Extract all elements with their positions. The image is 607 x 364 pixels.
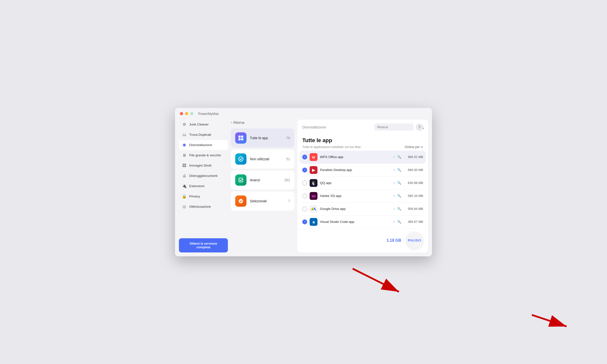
app-size-wps: 966.91 MB [404, 155, 423, 159]
minimize-button[interactable] [185, 112, 188, 115]
svg-point-1 [183, 144, 185, 146]
app-row-wps[interactable]: ✓ W WPS Office.app ∨ 🔍 966.91 MB [300, 151, 426, 163]
search-app-icon-vscode[interactable]: 🔍 [397, 220, 401, 224]
search-bar[interactable]: 🔍 [374, 124, 413, 131]
search-input[interactable] [377, 125, 418, 129]
app-icon-gdrive [310, 205, 317, 213]
shredder-icon: 🖨 [182, 173, 187, 178]
app-actions-wps: ∨ 🔍 [393, 155, 401, 159]
sidebar-item-trova-duplicati[interactable]: 🗂 Trova Duplicati [179, 130, 228, 140]
app-name-qq: QQ.app [320, 181, 390, 185]
checkbox-gdrive[interactable] [302, 207, 307, 211]
sidebar-item-file-grande[interactable]: 🖥 File grande & vecchio [179, 150, 228, 160]
app-size-vscode: 485.67 MB [404, 220, 423, 224]
sidebar-label-trova-duplicati: Trova Duplicati [189, 133, 211, 136]
panel-title: Tutte le app [297, 135, 428, 144]
svg-rect-4 [238, 138, 241, 140]
titlebar: PowerMyMac [175, 108, 432, 116]
sidebar-item-ottimizzazione[interactable]: ◎ Ottimizzazione [179, 202, 228, 212]
svg-text:≷: ≷ [312, 221, 315, 224]
category-card-avanzi[interactable]: Avanzi 262 [231, 170, 294, 190]
app-row-adobe[interactable]: XD Adobe XD.app ∨ 🔍 585.34 MB [300, 190, 426, 202]
app-name-adobe: Adobe XD.app [320, 194, 390, 198]
leftovers-icon [235, 174, 247, 186]
sidebar-label-estensioni: Estensioni [189, 184, 204, 188]
traffic-lights [180, 112, 193, 115]
category-count-unused: 51 [286, 157, 290, 161]
sidebar-item-disinstallazione[interactable]: Disinstallazione [179, 140, 228, 150]
svg-text:W: W [312, 156, 315, 159]
app-row-gdrive[interactable]: Google Drive.app ∨ 🔍 556.84 MB [300, 203, 426, 215]
sidebar-label-distruggidocumenti: Distruggidocumenti [189, 174, 218, 178]
svg-rect-2 [238, 136, 241, 138]
expand-icon-gdrive[interactable]: ∨ [393, 207, 395, 211]
app-icon-parallels: ▶ [310, 166, 317, 174]
app-actions-adobe: ∨ 🔍 [393, 194, 401, 198]
upgrade-button[interactable]: Ottieni la versione completa [179, 238, 228, 252]
sidebar-item-distruggidocumenti[interactable]: 🖨 Distruggidocumenti [179, 171, 228, 181]
app-name-wps: WPS Office.app [320, 155, 390, 159]
category-count-all: 76 [286, 136, 290, 140]
checkbox-wps[interactable]: ✓ [302, 155, 307, 159]
app-row-parallels[interactable]: ✓ ▶ Parallels Desktop.app ∨ 🔍 666.00 MB [300, 164, 426, 176]
sidebar-bottom: Ottieni la versione completa [179, 233, 228, 252]
category-info-leftovers: Avanzi [250, 178, 281, 182]
unused-apps-icon [235, 153, 247, 165]
all-apps-icon [235, 132, 247, 143]
checkbox-qq[interactable] [302, 181, 307, 185]
middle-panel: ‹ Ritorna Tutte le app 76 [231, 120, 294, 252]
search-app-icon-parallels[interactable]: 🔍 [397, 168, 401, 172]
panel-subtitle: Tutte le applicazioni installate sul tuo… [297, 144, 428, 151]
uninstall-icon [182, 143, 187, 147]
checkbox-vscode[interactable]: ✓ [302, 220, 307, 224]
search-app-icon-qq[interactable]: 🔍 [397, 181, 401, 185]
sidebar-label-file-grande: File grande & vecchio [189, 153, 221, 157]
sidebar: ⚙ Junk Cleaner 🗂 Trova Duplicati Disinst… [179, 120, 228, 252]
sidebar-item-privacy[interactable]: 🔒 Privacy [179, 192, 228, 201]
sort-button[interactable]: Ordina per ∨ [405, 145, 423, 149]
checkbox-parallels[interactable]: ✓ [302, 168, 307, 172]
total-size: 1.18 GB [386, 238, 401, 243]
search-app-icon-wps[interactable]: 🔍 [397, 155, 401, 159]
help-button[interactable]: ? [416, 124, 423, 131]
file-icon: 🖥 [182, 153, 187, 158]
chevron-left-icon: ‹ [231, 121, 232, 124]
clean-button[interactable]: PULISCI [406, 232, 423, 249]
search-app-icon-gdrive[interactable]: 🔍 [397, 207, 401, 211]
image-icon: 🖼 [182, 163, 187, 168]
search-app-icon-adobe[interactable]: 🔍 [397, 194, 401, 198]
checkbox-adobe[interactable] [302, 194, 307, 198]
category-card-selezionati[interactable]: Selezionati 7 [231, 192, 294, 211]
sidebar-label-disinstallazione: Disinstallazione [189, 143, 212, 147]
app-title: PowerMyMac [198, 112, 219, 116]
app-row-qq[interactable]: 🐧 QQ.app ∨ 🔍 630.88 MB [300, 177, 426, 189]
category-card-non-utilizzati[interactable]: Non utilizzati 51 [231, 149, 294, 169]
app-size-gdrive: 556.84 MB [404, 207, 423, 211]
maximize-button[interactable] [190, 112, 193, 115]
sidebar-item-immagini-simili[interactable]: 🖼 Immagini Simili [179, 161, 228, 170]
category-card-tutte-le-app[interactable]: Tutte le app 76 [231, 129, 294, 147]
expand-icon-qq[interactable]: ∨ [393, 181, 395, 185]
sidebar-label-junk-cleaner: Junk Cleaner [189, 123, 209, 126]
expand-icon-wps[interactable]: ∨ [393, 155, 395, 159]
back-button[interactable]: ‹ Ritorna [231, 120, 294, 127]
svg-rect-3 [241, 136, 243, 138]
expand-icon-vscode[interactable]: ∨ [393, 220, 395, 224]
right-panel-header: Disinstallazione 🔍 ? [297, 120, 428, 135]
sidebar-item-junk-cleaner[interactable]: ⚙ Junk Cleaner [179, 120, 228, 130]
category-name-leftovers: Avanzi [250, 178, 281, 182]
svg-text:▶: ▶ [312, 168, 316, 172]
extensions-icon: 🔌 [182, 184, 187, 189]
app-actions-qq: ∨ 🔍 [393, 181, 401, 185]
section-title-label: Disinstallazione [302, 125, 326, 129]
chevron-down-icon: ∨ [421, 145, 423, 149]
expand-icon-parallels[interactable]: ∨ [393, 168, 395, 172]
expand-icon-adobe[interactable]: ∨ [393, 194, 395, 198]
app-row-vscode[interactable]: ✓ ≷ Visual Studio Code.app ∨ 🔍 485.67 MB [300, 216, 426, 228]
app-actions-gdrive: ∨ 🔍 [393, 207, 401, 211]
main-content: ⚙ Junk Cleaner 🗂 Trova Duplicati Disinst… [175, 116, 432, 256]
close-button[interactable] [180, 112, 183, 115]
app-size-adobe: 585.34 MB [404, 194, 423, 198]
sidebar-item-estensioni[interactable]: 🔌 Estensioni [179, 181, 228, 191]
category-info-unused: Non utilizzati [250, 157, 283, 161]
